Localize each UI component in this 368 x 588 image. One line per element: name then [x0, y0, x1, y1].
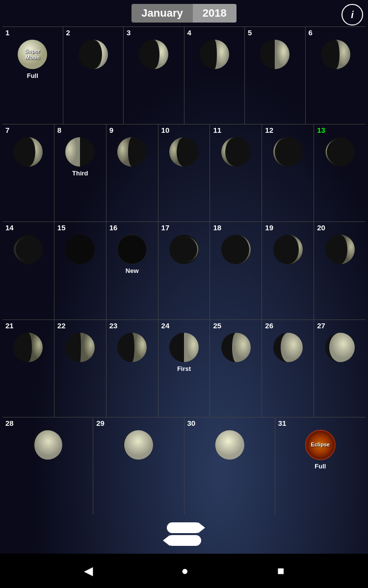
- calendar-cell-24[interactable]: 24First: [158, 320, 210, 417]
- moon-phase-image: [271, 232, 305, 267]
- moon-phase-image: [11, 232, 45, 267]
- day-number: 24: [161, 321, 170, 330]
- day-number: 17: [161, 223, 170, 232]
- navigation-area: [0, 514, 368, 554]
- day-number: 10: [161, 126, 170, 135]
- calendar-cell-13[interactable]: 13: [314, 124, 366, 221]
- calendar-cell-11[interactable]: 11: [210, 124, 262, 221]
- calendar-cell-10[interactable]: 10: [158, 124, 210, 221]
- back-button[interactable]: ◀: [84, 564, 93, 578]
- calendar-cell-17[interactable]: 17: [158, 222, 210, 319]
- moon-phase-image: [115, 232, 149, 267]
- calendar-cell-1[interactable]: 1Super MoonFull: [2, 27, 63, 124]
- swap-icon[interactable]: [167, 522, 201, 546]
- day-number: 25: [213, 321, 221, 330]
- day-number: 7: [5, 126, 9, 135]
- moon-phase-image: [76, 37, 110, 72]
- calendar-row-3: 21222324First252627: [2, 319, 366, 417]
- day-number: 8: [57, 126, 61, 135]
- calendar-cell-6[interactable]: 6: [306, 27, 366, 124]
- header-month[interactable]: January: [131, 4, 192, 23]
- phase-label: Full: [315, 463, 326, 470]
- moon-phase-image: [219, 232, 253, 267]
- calendar-cell-16[interactable]: 16New: [106, 222, 158, 319]
- day-number: 2: [66, 28, 70, 37]
- header-year[interactable]: 2018: [193, 4, 237, 23]
- moon-phase-image: [271, 135, 305, 169]
- moon-phase-image: [30, 428, 65, 462]
- calendar-cell-18[interactable]: 18: [210, 222, 262, 319]
- calendar-row-0: 1Super MoonFull23456: [2, 26, 366, 124]
- calendar-cell-31[interactable]: 31EclipseFull: [275, 417, 366, 514]
- calendar-cell-23[interactable]: 23: [106, 320, 158, 417]
- moon-phase-image: [197, 37, 232, 72]
- day-number: 9: [109, 126, 113, 135]
- day-number: 1: [5, 28, 9, 37]
- day-number: 13: [317, 126, 325, 135]
- calendar-cell-12[interactable]: 12: [262, 124, 314, 221]
- day-number: 15: [57, 223, 66, 232]
- day-number: 30: [187, 419, 196, 428]
- moon-phase-image: [318, 37, 353, 72]
- calendar-cell-21[interactable]: 21: [2, 320, 54, 417]
- moon-phase-image: [136, 37, 171, 72]
- moon-phase-image: [212, 428, 247, 462]
- arrow-left-icon: [167, 535, 201, 546]
- moon-phase-image: [115, 135, 149, 169]
- calendar-cell-22[interactable]: 22: [54, 320, 106, 417]
- calendar-cell-4[interactable]: 4: [184, 27, 245, 124]
- day-number: 28: [5, 419, 14, 428]
- day-number: 22: [57, 321, 66, 330]
- calendar-cell-19[interactable]: 19: [262, 222, 314, 319]
- moon-phase-image: [63, 330, 97, 365]
- day-number: 4: [187, 28, 191, 37]
- day-number: 29: [96, 419, 105, 428]
- calendar-cell-15[interactable]: 15: [54, 222, 106, 319]
- calendar-cell-25[interactable]: 25: [210, 320, 262, 417]
- svg-point-0: [18, 40, 47, 69]
- calendar-cell-7[interactable]: 7: [2, 124, 54, 221]
- day-number: 3: [127, 28, 131, 37]
- moon-phase-image: [167, 232, 201, 267]
- day-number: 21: [5, 321, 14, 330]
- moon-phase-image: [258, 37, 292, 72]
- day-number: 6: [309, 28, 313, 37]
- moon-calendar: 1Super MoonFull2345678Third9101112131415…: [0, 26, 368, 514]
- day-number: 18: [213, 223, 221, 232]
- calendar-cell-26[interactable]: 26: [262, 320, 314, 417]
- calendar-header: January 2018 i: [0, 0, 368, 26]
- calendar-row-1: 78Third910111213: [2, 124, 366, 221]
- moon-phase-image: Eclipse: [303, 428, 338, 462]
- moon-phase-image: [219, 135, 253, 169]
- calendar-cell-3[interactable]: 3: [124, 27, 184, 124]
- calendar-cell-9[interactable]: 9: [106, 124, 158, 221]
- calendar-cell-27[interactable]: 27: [314, 320, 366, 417]
- day-number: 11: [213, 126, 221, 135]
- svg-point-13: [13, 235, 43, 264]
- phase-label: New: [126, 267, 139, 274]
- recent-button[interactable]: ■: [277, 564, 285, 578]
- calendar-cell-30[interactable]: 30: [184, 417, 275, 514]
- day-number: 14: [5, 223, 14, 232]
- calendar-cell-29[interactable]: 29: [93, 417, 184, 514]
- moon-phase-image: [121, 428, 156, 462]
- moon-phase-image: [219, 330, 253, 365]
- moon-phase-image: [167, 330, 201, 365]
- calendar-cell-20[interactable]: 20: [314, 222, 366, 319]
- day-number: 5: [248, 28, 252, 37]
- day-number: 23: [109, 321, 118, 330]
- calendar-cell-2[interactable]: 2: [63, 27, 124, 124]
- android-navbar: ◀ ● ■: [0, 554, 368, 588]
- moon-phase-image: Super Moon: [15, 37, 50, 72]
- moon-phase-image: [167, 135, 201, 169]
- day-number: 16: [109, 223, 118, 232]
- info-button[interactable]: i: [342, 4, 363, 25]
- phase-label: Full: [27, 72, 38, 79]
- calendar-cell-5[interactable]: 5: [245, 27, 306, 124]
- calendar-cell-14[interactable]: 14: [2, 222, 54, 319]
- home-button[interactable]: ●: [182, 564, 189, 578]
- calendar-cell-8[interactable]: 8Third: [54, 124, 106, 221]
- moon-phase-image: [11, 330, 45, 365]
- moon-phase-image: [11, 135, 45, 169]
- calendar-cell-28[interactable]: 28: [2, 417, 93, 514]
